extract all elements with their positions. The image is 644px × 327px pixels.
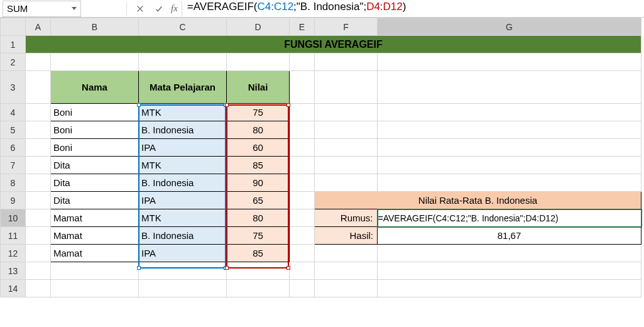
cell[interactable] [378,174,641,192]
cell[interactable] [26,121,51,139]
table-cell[interactable]: B. Indonesia [139,174,227,192]
col-header-B[interactable]: B [51,18,139,36]
cell[interactable] [290,53,315,71]
cell[interactable] [378,71,641,104]
cell[interactable] [139,280,227,297]
table-cell[interactable]: IPA [139,139,227,157]
cell[interactable] [26,53,51,71]
spreadsheet-grid[interactable]: A B C D E F G 1 FUNGSI AVERAGEIF 2 3 Nam… [0,18,644,297]
row-header-12[interactable]: 12 [1,245,26,262]
row-header-2[interactable]: 2 [1,53,26,71]
table-cell[interactable]: IPA [139,245,227,262]
cell[interactable] [315,53,378,71]
cell[interactable] [26,104,51,121]
cancel-icon[interactable] [133,2,147,16]
table-cell[interactable]: B. Indonesia [139,121,227,139]
row-header-7[interactable]: 7 [1,157,26,174]
cell[interactable] [26,174,51,192]
table-cell[interactable]: 90 [227,174,290,192]
table-cell[interactable]: Mamat [51,209,139,227]
cell[interactable] [227,262,290,280]
table-cell[interactable]: Boni [51,104,139,121]
cell[interactable] [139,262,227,280]
table-cell[interactable]: 65 [227,192,290,209]
cell[interactable] [378,139,641,157]
table-cell[interactable]: 75 [227,227,290,245]
cell[interactable] [315,280,378,297]
row-header-1[interactable]: 1 [1,36,26,53]
col-header-G[interactable]: G [378,18,641,36]
table-cell[interactable]: MTK [139,104,227,121]
row-header-5[interactable]: 5 [1,121,26,139]
cell[interactable] [227,280,290,297]
table-cell[interactable]: 80 [227,209,290,227]
cell[interactable] [26,157,51,174]
title-cell[interactable]: FUNGSI AVERAGEIF [26,36,641,53]
row-header-14[interactable]: 14 [1,280,26,297]
rumus-label[interactable]: Rumus: [315,209,378,227]
row-header-4[interactable]: 4 [1,104,26,121]
table-cell[interactable]: IPA [139,192,227,209]
cell[interactable] [378,280,641,297]
table-header-nama[interactable]: Nama [51,71,139,104]
cell[interactable] [26,280,51,297]
cell[interactable] [26,139,51,157]
cell[interactable] [315,121,378,139]
table-cell[interactable]: Dita [51,192,139,209]
table-cell[interactable]: 60 [227,139,290,157]
cell[interactable] [315,157,378,174]
editing-cell[interactable]: =AVERAGEIF(C4:C12;"B. Indonesia";D4:D12) [378,209,641,227]
cell[interactable] [290,174,315,192]
cell[interactable] [290,245,315,262]
cell[interactable] [378,104,641,121]
col-header-E[interactable]: E [290,18,315,36]
cell[interactable] [315,245,378,262]
col-header-C[interactable]: C [139,18,227,36]
row-header-10[interactable]: 10 [1,209,26,227]
cell[interactable] [315,139,378,157]
side-title[interactable]: Nilai Rata-Rata B. Indonesia [315,192,641,209]
table-cell[interactable]: Boni [51,139,139,157]
col-header-F[interactable]: F [315,18,378,36]
col-header-A[interactable]: A [26,18,51,36]
table-cell[interactable]: Dita [51,157,139,174]
table-cell[interactable]: B. Indonesia [139,227,227,245]
row-header-6[interactable]: 6 [1,139,26,157]
cell[interactable] [290,104,315,121]
cell[interactable] [290,121,315,139]
cell[interactable] [290,157,315,174]
cell[interactable] [290,280,315,297]
table-header-mapel[interactable]: Mata Pelajaran [139,71,227,104]
hasil-label[interactable]: Hasil: [315,227,378,245]
formula-input[interactable]: =AVERAGEIF(C4:C12;"B. Indonesia";D4:D12) [182,1,644,17]
cell[interactable] [26,209,51,227]
cell[interactable] [51,53,139,71]
cell[interactable] [290,262,315,280]
table-cell[interactable]: Mamat [51,245,139,262]
cell[interactable] [378,157,641,174]
cell[interactable] [315,71,378,104]
cell[interactable] [378,53,641,71]
cell[interactable] [26,262,51,280]
cell[interactable] [378,121,641,139]
table-cell[interactable]: Mamat [51,227,139,245]
cell[interactable] [139,53,227,71]
table-cell[interactable]: 80 [227,121,290,139]
cell[interactable] [26,71,51,104]
enter-icon[interactable] [152,2,166,16]
col-header-D[interactable]: D [227,18,290,36]
table-cell[interactable]: 85 [227,157,290,174]
hasil-value[interactable]: 81,67 [378,227,641,245]
row-header-13[interactable]: 13 [1,262,26,280]
table-cell[interactable]: 85 [227,245,290,262]
cell[interactable] [26,227,51,245]
row-header-9[interactable]: 9 [1,192,26,209]
cell[interactable] [290,71,315,104]
table-cell[interactable]: MTK [139,209,227,227]
cell[interactable] [26,192,51,209]
cell[interactable] [378,262,641,280]
table-cell[interactable]: 75 [227,104,290,121]
cell[interactable] [290,227,315,245]
cell[interactable] [51,280,139,297]
cell[interactable] [227,53,290,71]
